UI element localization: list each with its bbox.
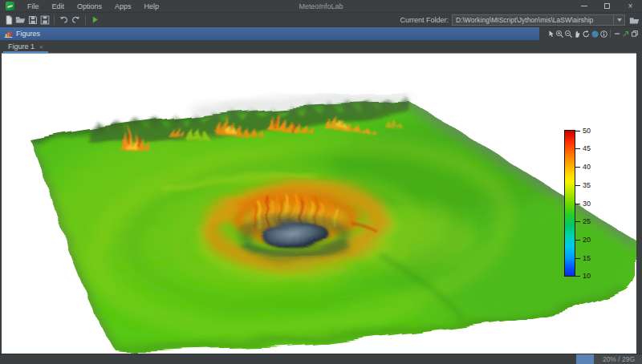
full-extent-button[interactable] — [591, 28, 599, 39]
float-panel-button[interactable] — [621, 28, 630, 39]
chevron-down-icon — [617, 18, 622, 22]
current-folder-label: Current Folder: — [400, 16, 449, 24]
main-toolbar: Current Folder: D:\Working\MIScript\Jyth… — [0, 13, 642, 27]
figures-panel-title: Figures — [16, 30, 40, 38]
open-file-button[interactable] — [14, 14, 26, 26]
tab-close-button[interactable]: × — [39, 43, 43, 51]
zoom-out-tool-button[interactable] — [564, 28, 573, 39]
figure-toolbar — [539, 27, 642, 40]
statusbar: 20% / 29G — [0, 354, 642, 364]
menu-file[interactable]: File — [21, 0, 46, 13]
select-tool-button[interactable] — [547, 28, 555, 39]
figure-tabbar: Figure 1 × — [0, 40, 642, 53]
new-script-button[interactable] — [2, 14, 14, 26]
hurricane-volume-rendering — [2, 54, 636, 354]
canvas-row: 50 45 40 35 30 25 20 15 10 — [0, 53, 642, 354]
info-icon — [599, 30, 608, 38]
new-document-icon — [4, 15, 14, 25]
tab-figure-1[interactable]: Figure 1 × — [3, 40, 48, 53]
dock-icon — [631, 30, 639, 38]
maximize-window-button[interactable] — [595, 0, 619, 12]
save-icon — [28, 15, 38, 25]
memory-usage-text: 20% / 29G — [595, 354, 642, 364]
menubar: File Edit Options Apps Help — [21, 0, 165, 12]
menu-apps[interactable]: Apps — [108, 0, 138, 13]
titlebar: File Edit Options Apps Help MeteoInfoLab… — [0, 0, 642, 13]
save-button[interactable] — [26, 14, 39, 26]
tab-label: Figure 1 — [8, 42, 35, 51]
undo-icon — [59, 14, 69, 25]
figures-panel-header: Figures — [0, 27, 642, 40]
browse-folder-button[interactable] — [628, 14, 640, 26]
globe-icon — [591, 30, 599, 38]
rotate-icon — [582, 30, 591, 38]
zoom-out-icon — [564, 30, 573, 38]
run-script-button[interactable] — [89, 14, 101, 26]
menu-options[interactable]: Options — [71, 0, 108, 13]
open-folder-icon — [15, 14, 26, 25]
figure-canvas[interactable]: 50 45 40 35 30 25 20 15 10 — [2, 53, 636, 354]
run-icon — [91, 15, 100, 24]
zoom-in-icon — [555, 30, 564, 38]
rotate-tool-button[interactable] — [582, 28, 591, 39]
meteoinfolab-window: File Edit Options Apps Help MeteoInfoLab… — [0, 0, 642, 364]
current-folder-value: D:\Working\MIScript\Jython\mis\LaSW\airs… — [453, 16, 613, 24]
menu-help[interactable]: Help — [138, 0, 166, 13]
close-icon: × — [628, 2, 633, 10]
hand-icon — [573, 30, 582, 38]
hide-panel-button[interactable] — [612, 28, 621, 39]
close-window-button[interactable]: × — [619, 0, 642, 12]
toolbar-separator — [85, 15, 86, 25]
bar-chart-icon — [4, 30, 13, 38]
colorbar-gradient — [564, 130, 575, 277]
minimize-window-button[interactable] — [572, 0, 595, 12]
zoom-in-tool-button[interactable] — [555, 28, 564, 39]
minimize-icon — [581, 6, 587, 6]
memory-indicator[interactable]: 20% / 29G — [576, 354, 642, 364]
pointer-arrow-icon — [547, 30, 555, 38]
app-logo-icon — [6, 2, 14, 10]
folder-icon — [629, 15, 640, 26]
save-as-button[interactable] — [39, 14, 51, 26]
figures-panel-titlebar: Figures — [0, 27, 539, 40]
maximize-icon — [604, 3, 610, 9]
menu-edit[interactable]: Edit — [46, 0, 71, 13]
current-folder-dropdown-button[interactable] — [613, 15, 624, 25]
toolbar-separator — [610, 30, 611, 38]
pan-tool-button[interactable] — [573, 28, 582, 39]
dock-panel-button[interactable] — [630, 28, 639, 39]
minus-icon — [613, 30, 621, 38]
current-folder-combobox[interactable]: D:\Working\MIScript\Jython\mis\LaSW\airs… — [452, 14, 625, 26]
float-arrow-icon — [622, 30, 630, 38]
identify-tool-button[interactable] — [599, 28, 608, 39]
undo-button[interactable] — [58, 14, 70, 26]
memory-usage-fill — [576, 354, 594, 364]
toolbar-separator — [54, 15, 55, 25]
save-as-icon — [40, 15, 50, 25]
redo-icon — [71, 14, 81, 25]
colorbar-legend: 50 45 40 35 30 25 20 15 10 — [564, 130, 596, 277]
redo-button[interactable] — [70, 14, 82, 26]
